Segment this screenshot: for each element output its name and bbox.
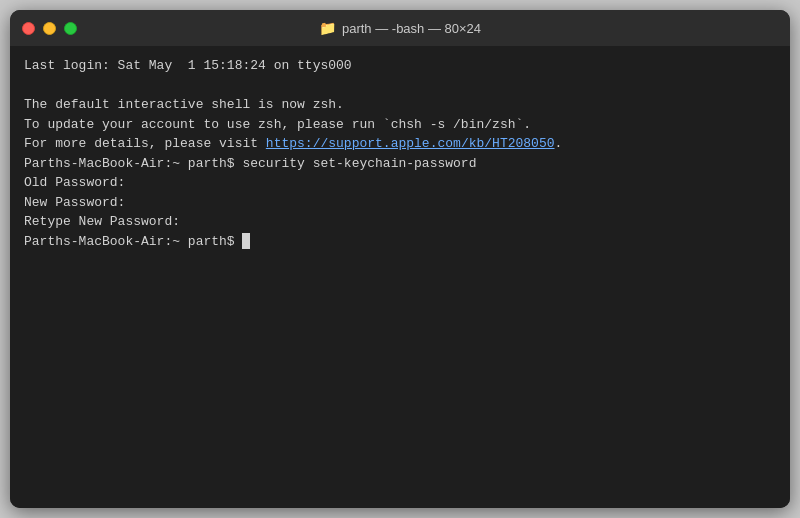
- terminal-line: To update your account to use zsh, pleas…: [24, 115, 776, 135]
- maximize-button[interactable]: [64, 22, 77, 35]
- terminal-line: Retype New Password:: [24, 212, 776, 232]
- terminal-line: For more details, please visit https://s…: [24, 134, 776, 154]
- terminal-line: Last login: Sat May 1 15:18:24 on ttys00…: [24, 56, 776, 76]
- terminal-line: Old Password:: [24, 173, 776, 193]
- traffic-lights: [22, 22, 77, 35]
- terminal-line: Parths-MacBook-Air:~ parth$: [24, 232, 776, 252]
- terminal-line: The default interactive shell is now zsh…: [24, 95, 776, 115]
- terminal-body[interactable]: Last login: Sat May 1 15:18:24 on ttys00…: [10, 46, 790, 508]
- title-text: parth — -bash — 80×24: [342, 21, 481, 36]
- titlebar: 📁 parth — -bash — 80×24: [10, 10, 790, 46]
- terminal-line: New Password:: [24, 193, 776, 213]
- cursor: [242, 233, 250, 249]
- url-link: https://support.apple.com/kb/HT208050: [266, 136, 555, 151]
- close-button[interactable]: [22, 22, 35, 35]
- folder-icon: 📁: [319, 20, 336, 36]
- terminal-line: Parths-MacBook-Air:~ parth$ security set…: [24, 154, 776, 174]
- terminal-window: 📁 parth — -bash — 80×24 Last login: Sat …: [10, 10, 790, 508]
- minimize-button[interactable]: [43, 22, 56, 35]
- terminal-line: [24, 76, 776, 96]
- window-title: 📁 parth — -bash — 80×24: [319, 20, 481, 36]
